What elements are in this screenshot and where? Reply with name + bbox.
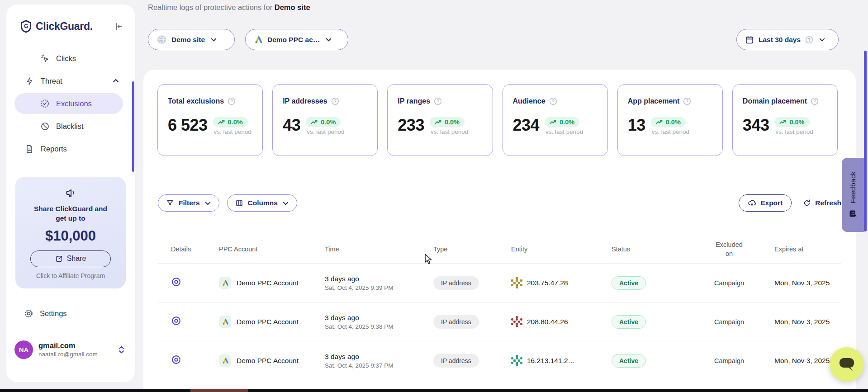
sidebar-collapse-icon[interactable]	[114, 22, 123, 31]
delta-caption: vs. last period	[774, 128, 813, 135]
trend-up-icon	[550, 119, 557, 125]
cloud-download-icon	[748, 199, 756, 208]
help-icon[interactable]: ?	[434, 97, 442, 105]
user-email: naatali.ro@gmail.com	[38, 351, 98, 358]
sidebar-item-exclusions[interactable]: Exclusions	[14, 93, 123, 114]
stat-card-app-placement: App placement ? 13 0.0% vs. last period	[617, 84, 723, 156]
delta-caption: vs. last period	[306, 128, 344, 135]
table-row: Demo PPC Account 3 days agoSat, Oct 4, 2…	[158, 302, 841, 341]
col-excluded-on: Excludedon	[684, 240, 774, 259]
sidebar-item-label: Settings	[40, 309, 67, 318]
excluded-on-value: Campaign	[684, 357, 774, 364]
chat-bubble-icon	[838, 356, 856, 373]
page-scrollbar[interactable]	[864, 51, 867, 231]
cursor-click-icon	[40, 54, 50, 63]
details-button[interactable]	[171, 277, 181, 287]
site-name: Demo site	[275, 3, 310, 11]
google-ads-icon	[219, 354, 231, 367]
stat-card-ip-addresses: IP addresses ? 43 0.0% vs. last period	[272, 84, 378, 156]
expires-at-value: Mon, Nov 3, 2025	[774, 318, 841, 326]
chevron-down-icon	[325, 36, 332, 43]
stat-value: 233	[398, 117, 424, 133]
help-icon[interactable]: ?	[549, 97, 557, 105]
trend-up-icon	[656, 119, 663, 125]
chevron-up-icon[interactable]	[112, 77, 119, 85]
filter-icon	[166, 199, 174, 207]
col-entity: Entity	[511, 246, 612, 253]
help-icon[interactable]: ?	[805, 36, 813, 44]
chevron-down-icon	[282, 200, 289, 207]
table-row: Demo PPC Account 3 days agoSat, Oct 4, 2…	[158, 341, 841, 380]
ppc-account-selector[interactable]: Demo PPC ac…	[245, 29, 348, 50]
svg-text:?: ?	[552, 99, 555, 104]
affiliate-link[interactable]: Click to Affiliate Program	[15, 272, 126, 279]
table-header: Details PPC Account Time Type Entity Sta…	[158, 235, 841, 263]
entity-identicon	[511, 277, 522, 288]
exclusions-table: Details PPC Account Time Type Entity Sta…	[143, 235, 856, 392]
feedback-tab[interactable]: Feedback	[842, 158, 864, 232]
type-badge: IP address	[433, 315, 479, 329]
main-panel: Total exclusions ? 6 523 0.0% vs. last p…	[143, 70, 856, 392]
help-icon[interactable]: ?	[228, 97, 236, 105]
prohibit-icon	[40, 122, 50, 131]
stat-label: IP addresses	[283, 97, 327, 105]
export-button[interactable]: Export	[739, 194, 792, 212]
delta-caption: vs. last period	[213, 128, 251, 135]
sidebar-item-reports[interactable]: Reports	[6, 138, 135, 159]
filters-button[interactable]: Filters	[158, 194, 219, 212]
delta-badge: 0.0%	[430, 117, 465, 127]
sidebar-item-threat[interactable]: Threat	[6, 71, 135, 91]
chevron-down-icon	[204, 200, 211, 207]
trend-up-icon	[435, 119, 442, 125]
sidebar-item-settings[interactable]: Settings	[6, 303, 135, 324]
feedback-smiley-icon	[849, 209, 858, 218]
stat-value: 343	[743, 117, 769, 133]
badge-check-icon	[40, 99, 50, 109]
stat-label: Total exclusions	[168, 97, 224, 105]
delta-caption: vs. last period	[430, 128, 468, 135]
affiliate-promo-card[interactable]: Share ClickGuard and get up to $10,000 S…	[15, 177, 126, 288]
ppc-account-name: Demo PPC Account	[237, 318, 299, 326]
entity-value: 16.213.141.2…	[527, 357, 575, 365]
details-button[interactable]	[171, 316, 181, 326]
logo-row: G ClickGuard.	[6, 5, 135, 36]
sidebar-item-blacklist[interactable]: Blacklist	[6, 116, 135, 137]
expires-at-value: Mon, Nov 3, 2025	[774, 279, 841, 287]
entity-value: 203.75.47.28	[527, 279, 568, 287]
chat-launcher-button[interactable]	[830, 347, 864, 382]
help-icon[interactable]: ?	[683, 97, 691, 105]
time-relative: 3 days ago	[325, 314, 433, 322]
svg-text:?: ?	[813, 99, 816, 104]
details-button[interactable]	[171, 354, 181, 365]
status-badge: Active	[612, 276, 646, 290]
refresh-button[interactable]: Refresh	[803, 199, 841, 207]
svg-text:?: ?	[230, 99, 233, 104]
logo-text: ClickGuard.	[36, 20, 93, 33]
svg-text:G: G	[24, 23, 28, 29]
chevron-up-down-icon[interactable]	[118, 345, 125, 354]
refresh-icon	[803, 199, 811, 207]
date-range-selector[interactable]: Last 30 days ?	[736, 29, 839, 50]
help-icon[interactable]: ?	[811, 97, 819, 105]
sidebar-scrollbar[interactable]	[132, 81, 134, 172]
user-menu[interactable]: NA gmail.com naatali.ro@gmail.com	[6, 340, 135, 359]
site-selector[interactable]: Demo site	[148, 29, 235, 50]
entity-identicon	[511, 316, 522, 327]
columns-button[interactable]: Columns	[227, 194, 297, 212]
page-subtitle: Realtime logs of protective actions for …	[148, 3, 310, 12]
document-icon	[24, 144, 34, 154]
table-toolbar: Filters Columns Export Refresh	[158, 194, 841, 212]
sidebar-item-clicks[interactable]: Clicks	[6, 48, 135, 69]
excluded-on-value: Campaign	[684, 279, 774, 287]
stat-value: 234	[513, 117, 540, 133]
google-ads-icon	[219, 316, 231, 328]
help-icon[interactable]: ?	[331, 97, 339, 105]
trend-up-icon	[779, 119, 787, 125]
svg-text:?: ?	[436, 99, 439, 104]
type-badge: IP address	[433, 354, 479, 368]
delta-badge: 0.0%	[774, 117, 809, 127]
col-expires-at: Expires at	[774, 246, 841, 253]
google-ads-icon	[254, 35, 263, 44]
chevron-down-icon	[210, 36, 217, 43]
share-button[interactable]: Share	[30, 250, 111, 267]
